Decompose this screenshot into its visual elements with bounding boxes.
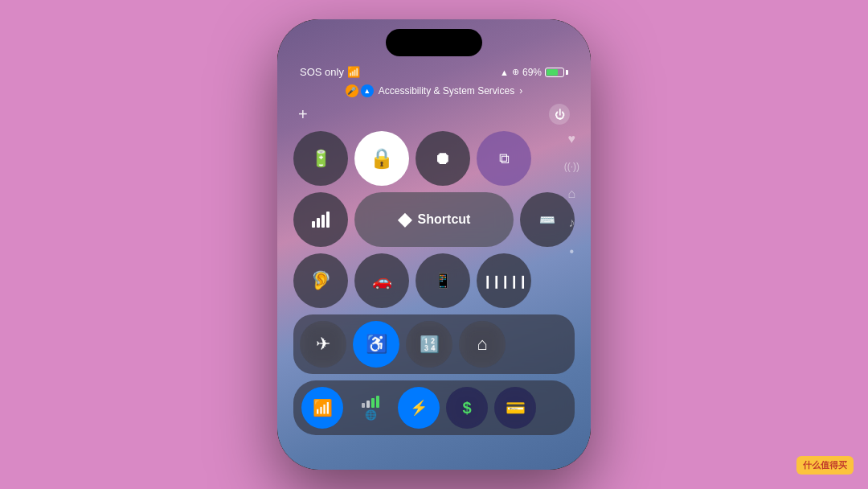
shortcut-icon: ◆ (398, 209, 411, 230)
control-center: SOS only 📶 ▲ ⊕ 69% 🎤 ▲ Accessibility & S… (277, 19, 591, 470)
remote-icon: 📱 (434, 272, 452, 290)
watermark-text: 什么值得买 (803, 460, 847, 470)
home-float-icon: ⌂ (564, 187, 579, 201)
music-float-icon: ♪ (564, 216, 579, 230)
shortcut-button[interactable]: ◆ Shortcut (354, 192, 514, 247)
phone-frame: SOS only 📶 ▲ ⊕ 69% 🎤 ▲ Accessibility & S… (277, 19, 591, 470)
home-icon: ⌂ (477, 334, 487, 355)
sound-icon: ❙❙❙❙❙ (482, 273, 526, 289)
signal-button[interactable] (293, 192, 348, 247)
sos-label: SOS only (300, 66, 344, 78)
control-grid: 🔋 🔒 ⏺ ⧉ (290, 131, 578, 470)
bluetooth-icon: ⚡ (410, 399, 428, 417)
hearing-icon: 🦻 (310, 270, 332, 291)
battery-indicator (545, 68, 568, 77)
bluetooth-button[interactable]: ⚡ (398, 387, 440, 429)
cash-button[interactable]: $ (446, 387, 488, 429)
rotation-lock-icon: 🔒 (370, 147, 394, 170)
window-icon: ⧉ (499, 150, 510, 167)
wifi-status-icon: 📶 (347, 66, 360, 78)
wallet-button[interactable]: 💳 (494, 387, 536, 429)
dynamic-island (386, 29, 482, 56)
accessibility-icon: ♿ (366, 334, 387, 355)
car-icon: 🚗 (372, 271, 392, 290)
notification-bar[interactable]: 🎤 ▲ Accessibility & System Services › (290, 81, 578, 102)
privacy-icon: ⊕ (512, 67, 519, 77)
side-float-icons: ♥ ((·)) ⌂ ♪ • (564, 132, 579, 259)
hearing-button[interactable]: 🦻 (293, 253, 348, 308)
window-button[interactable]: ⧉ (477, 131, 531, 186)
wifi-icon: 📶 (313, 398, 333, 417)
low-power-icon: 🔋 (311, 149, 331, 168)
shortcut-label: Shortcut (418, 212, 471, 227)
battery-percent: 69% (522, 67, 542, 78)
remote-button[interactable]: 📱 (416, 253, 470, 308)
globe-icon: 🌐 (365, 409, 377, 421)
dot-float-icon: • (564, 244, 579, 259)
cash-icon: $ (462, 399, 471, 417)
notification-chevron: › (519, 85, 522, 97)
header-row: + ⏻ (290, 102, 578, 131)
screen-record-button[interactable]: ⏺ (416, 131, 470, 186)
status-left: SOS only 📶 (300, 66, 360, 78)
car-button[interactable]: 🚗 (354, 253, 409, 308)
heart-float-icon: ♥ (564, 132, 579, 146)
power-button[interactable]: ⏻ (549, 104, 570, 125)
screen-record-icon: ⏺ (434, 148, 452, 169)
power-icon: ⏻ (555, 109, 565, 121)
notification-text: Accessibility & System Services (379, 85, 514, 97)
accessibility-button[interactable]: ♿ (353, 321, 399, 368)
control-row-5: 📶 🌐 ⚡ (293, 380, 575, 435)
wallet-icon: 💳 (506, 398, 526, 417)
rotation-lock-button[interactable]: 🔒 (354, 131, 409, 186)
add-button[interactable]: + (298, 105, 308, 124)
watermark: 什么值得买 (796, 456, 854, 475)
calculator-icon: 🔢 (420, 335, 440, 354)
home-button[interactable]: ⌂ (459, 321, 506, 368)
location-icon: ▲ (500, 68, 509, 77)
broadcast-float-icon: ((·)) (564, 161, 579, 172)
status-right: ▲ ⊕ 69% (500, 67, 568, 78)
airplane-icon: ✈ (316, 334, 330, 355)
control-row-3: 🦻 🚗 📱 ❙❙❙❙❙ (293, 253, 575, 308)
keyboard-icon: ⌨️ (539, 212, 555, 228)
control-row-1: 🔋 🔒 ⏺ ⧉ (293, 131, 575, 186)
calculator-button[interactable]: 🔢 (406, 321, 452, 368)
loc-icon: ▲ (361, 84, 374, 97)
control-row-4: ✈ ♿ 🔢 ⌂ (293, 314, 575, 374)
cellular-bars-icon (362, 396, 379, 408)
airplane-button[interactable]: ✈ (300, 321, 346, 368)
sound-button[interactable]: ❙❙❙❙❙ (477, 253, 531, 308)
low-power-button[interactable]: 🔋 (293, 131, 348, 186)
mic-icon: 🎤 (346, 84, 358, 97)
wifi-button[interactable]: 📶 (301, 387, 343, 429)
control-row-2: ◆ Shortcut ⌨️ (293, 192, 575, 247)
signal-bars-icon (312, 212, 330, 228)
